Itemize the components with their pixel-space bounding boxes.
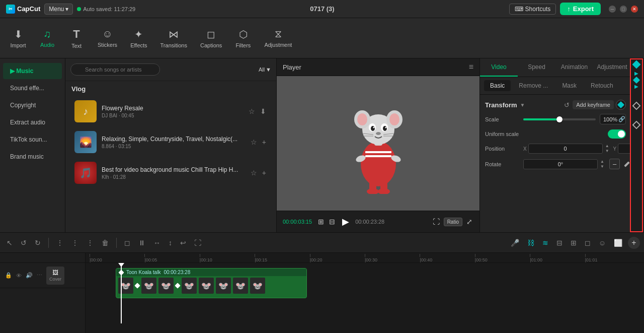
mirror-button[interactable]: ↕ xyxy=(166,237,175,249)
keyframe-main-button[interactable] xyxy=(632,60,641,69)
redo-button[interactable]: ↻ xyxy=(32,237,43,249)
position-x-down-button[interactable]: ▼ xyxy=(604,149,610,154)
reverse-button[interactable]: ↔ xyxy=(151,237,163,249)
rotate-keyframe-icon[interactable] xyxy=(624,161,629,167)
rotate-input[interactable] xyxy=(523,159,598,169)
visibility-icon[interactable]: 👁 xyxy=(15,271,23,280)
crop-tl-button[interactable]: ⛶ xyxy=(192,237,204,249)
audio-add-button-3[interactable]: + xyxy=(261,168,267,178)
toolbar-item-audio[interactable]: ♫ Audio xyxy=(33,24,61,52)
close-button[interactable]: ✕ xyxy=(631,6,638,13)
subtab-remove[interactable]: Remove ... xyxy=(513,80,554,91)
export-button[interactable]: ↑ Export xyxy=(560,3,601,15)
search-input[interactable] xyxy=(70,63,160,76)
tab-speed[interactable]: Speed xyxy=(518,58,555,77)
play-button[interactable]: ▶ xyxy=(341,215,350,228)
trim-button[interactable]: ⋮ xyxy=(84,237,96,249)
position-x-up-button[interactable]: ▲ xyxy=(604,144,610,149)
toolbar-item-text[interactable]: T Text xyxy=(62,24,91,53)
all-filter-button[interactable]: All ▼ xyxy=(259,66,271,73)
toolbar-item-filters[interactable]: ⬡ Filters xyxy=(229,24,257,52)
rotate-tl-button[interactable]: ↩ xyxy=(178,237,189,249)
delete-button[interactable]: 🗑 xyxy=(99,237,111,249)
toolbar-label-transitions: Transitions xyxy=(160,42,187,48)
toolbar-item-stickers[interactable]: ☺ Stickers xyxy=(92,24,123,52)
subtab-basic[interactable]: Basic xyxy=(484,80,511,91)
audio-detach-button[interactable]: ≋ xyxy=(540,237,551,249)
audio-track-icon[interactable]: 🔊 xyxy=(25,271,34,280)
split-audio-button[interactable]: ⋮ xyxy=(69,237,81,249)
subtab-mask[interactable]: Mask xyxy=(556,80,583,91)
grid-view-button[interactable]: ⊞ xyxy=(317,217,325,227)
toolbar-item-transitions[interactable]: ⋈ Transitions xyxy=(154,24,193,52)
split-view-button[interactable]: ⊟ xyxy=(328,217,336,227)
rotate-up-button[interactable]: ▲ xyxy=(599,159,605,164)
audio-item[interactable]: 🌄 Relaxing, Simple, Countryside, Travel,… xyxy=(68,127,273,157)
audio-favorite-button-2[interactable]: ☆ xyxy=(250,137,258,147)
sidebar-item-extract-audio[interactable]: Extract audio xyxy=(3,114,62,130)
scale-value[interactable]: 100% 🔗 xyxy=(600,114,626,124)
rotate-down-button[interactable]: ▼ xyxy=(599,164,605,169)
more-options-icon[interactable]: ⋯ xyxy=(36,271,43,280)
select-tool-button[interactable]: ↖ xyxy=(4,237,15,249)
sidebar-item-sound-effects[interactable]: Sound effe... xyxy=(3,80,62,96)
sidebar-item-tiktok[interactable]: TikTok soun... xyxy=(3,131,62,148)
keyframe-scale-indicator[interactable] xyxy=(633,77,640,84)
audio-favorite-button-1[interactable]: ☆ xyxy=(248,106,256,116)
link-clip-button[interactable]: ⛓ xyxy=(525,237,537,249)
group-button[interactable]: ⊞ xyxy=(568,237,579,249)
menu-button[interactable]: Menu ▾ xyxy=(44,4,73,15)
add-track-button[interactable]: + xyxy=(628,237,640,249)
toolbar-item-effects[interactable]: ✦ Effects xyxy=(124,24,153,52)
subtab-retouch[interactable]: Retouch xyxy=(585,80,619,91)
shortcuts-button[interactable]: ⌨ Shortcuts xyxy=(509,4,556,15)
subtitle-button[interactable]: ◻ xyxy=(582,237,593,249)
scale-slider[interactable] xyxy=(523,118,596,120)
toolbar-item-import[interactable]: ⬇ Import xyxy=(4,24,32,52)
sidebar-item-music[interactable]: ▶ Music xyxy=(3,63,62,79)
playhead[interactable] xyxy=(121,263,122,323)
rotate-minus-button[interactable]: – xyxy=(609,159,620,169)
lock-icon[interactable]: 🔒 xyxy=(4,271,13,280)
tab-video[interactable]: Video xyxy=(480,58,518,77)
sidebar-item-brand-music[interactable]: Brand music xyxy=(3,149,62,165)
minimize-button[interactable]: ─ xyxy=(609,6,616,13)
uniform-scale-toggle[interactable] xyxy=(608,129,626,139)
position-x-input[interactable] xyxy=(528,144,603,154)
toolbar-item-captions[interactable]: ◻ Captions xyxy=(194,24,228,52)
audio-add-button-2[interactable]: + xyxy=(261,137,267,147)
keyframe-next-button[interactable]: ▶ xyxy=(634,71,639,77)
audio-item[interactable]: ♪ Flowery Resale DJ BAI · 00:45 ☆ ⬇ xyxy=(68,96,273,126)
tab-adjustment[interactable]: Adjustment xyxy=(593,58,631,77)
emoji-button[interactable]: ☺ xyxy=(596,237,608,249)
ratio-button[interactable]: Ratio xyxy=(444,218,462,226)
keyframe-add-button[interactable] xyxy=(616,100,626,110)
clip-button[interactable]: ◻ xyxy=(122,237,133,249)
maximize-button[interactable]: □ xyxy=(620,6,627,13)
speed-ramp-button[interactable]: ⬜ xyxy=(611,237,625,249)
video-clip[interactable]: Toon Koala talk 00:00:23:28 🐭 🐭 🐭 🐭 🐭 🐭 xyxy=(116,268,307,298)
clip-mid-marker-2 xyxy=(175,283,180,288)
mic-button[interactable]: 🎤 xyxy=(508,237,522,249)
keyframe-position-indicator[interactable] xyxy=(632,102,641,110)
tab-animation[interactable]: Animation xyxy=(555,58,593,77)
split-button[interactable]: ⋮ xyxy=(54,237,66,249)
player-menu-button[interactable]: ≡ xyxy=(469,62,473,72)
keyframe-rotate-indicator[interactable] xyxy=(632,121,641,129)
position-y-input[interactable] xyxy=(618,144,631,154)
audio-favorite-button-3[interactable]: ☆ xyxy=(250,168,258,178)
audio-download-button-1[interactable]: ⬇ xyxy=(259,106,267,116)
sidebar-item-copyright[interactable]: Copyright xyxy=(3,97,62,113)
audio-icon: ♫ xyxy=(44,28,51,40)
cover-thumbnail[interactable]: 🖼 Cover xyxy=(46,267,64,285)
merge-button[interactable]: ⊟ xyxy=(554,237,565,249)
freeze-button[interactable]: ⏸ xyxy=(136,237,148,249)
audio-info-2: Relaxing, Simple, Countryside, Travel, N… xyxy=(102,136,245,149)
reset-transform-icon[interactable]: ↺ xyxy=(564,101,570,109)
toolbar-item-adjustment[interactable]: ⧖ Adjustment xyxy=(258,24,298,52)
keyframe-prev-button[interactable]: ▶ xyxy=(634,84,639,90)
audio-item[interactable]: 🎵 Best for video background music Chill … xyxy=(68,158,273,188)
fullscreen-button[interactable]: ⤢ xyxy=(465,217,473,227)
undo-button[interactable]: ↺ xyxy=(18,237,29,249)
crop-button[interactable]: ⛶ xyxy=(432,217,441,227)
